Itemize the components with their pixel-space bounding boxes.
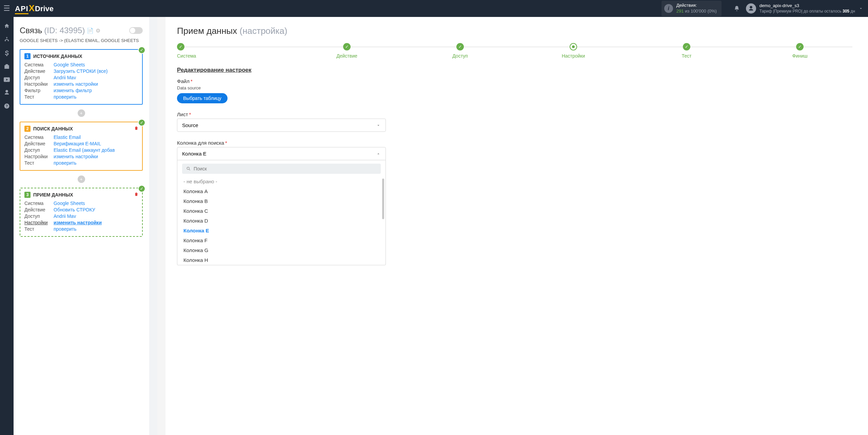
user-block[interactable]: demo_apix-drive_s3 Тариф |Премиум PRO| д… — [760, 3, 855, 14]
actions-label: Действия: — [676, 3, 717, 8]
actions-counter[interactable]: i Действия: 291 из 100'000 (0%) — [662, 1, 722, 16]
info-icon: i — [664, 4, 673, 13]
topbar: ☰ APIXDrive i Действия: 291 из 100'000 (… — [0, 0, 868, 17]
chevron-down-icon[interactable] — [859, 6, 863, 11]
logo[interactable]: APIXDrive — [14, 3, 54, 14]
menu-toggle[interactable]: ☰ — [0, 4, 14, 13]
notifications-icon[interactable] — [734, 5, 740, 12]
avatar-icon[interactable] — [746, 3, 756, 14]
